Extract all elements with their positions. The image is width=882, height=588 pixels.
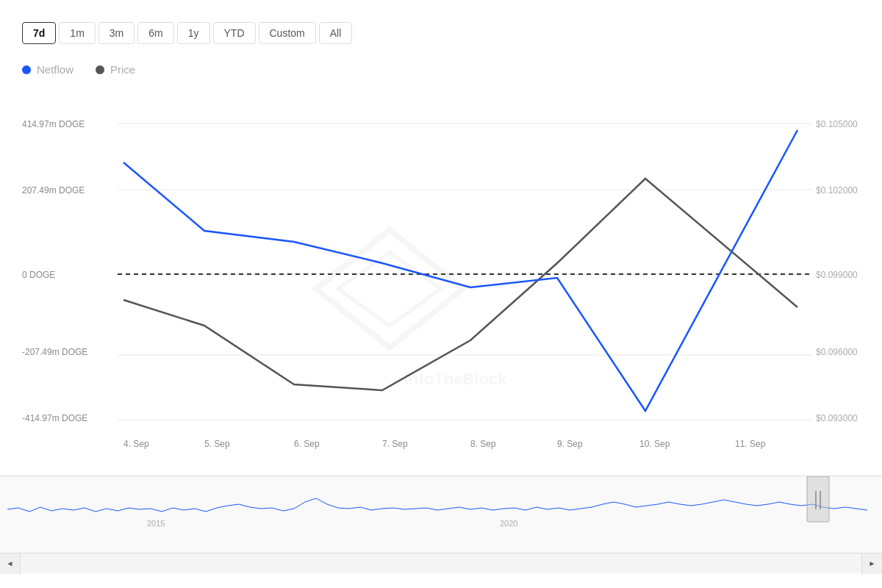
y-label-neg2: -207.49m DOGE: [22, 347, 87, 357]
y-right-top: $0.105000: [816, 119, 858, 129]
y-label-2: 207.49m DOGE: [22, 185, 85, 196]
tab-7d[interactable]: 7d: [22, 22, 56, 44]
price-label: Price: [110, 63, 135, 76]
tab-all[interactable]: All: [319, 22, 353, 44]
scroll-left-button[interactable]: ◄: [0, 553, 21, 574]
scroll-right-button[interactable]: ►: [861, 553, 882, 574]
nav-year-2015: 2015: [147, 519, 165, 528]
scroll-track[interactable]: [21, 553, 861, 573]
legend: Netflow Price: [0, 51, 882, 83]
y-label-zero: 0 DOGE: [22, 270, 55, 280]
svg-marker-7: [338, 252, 441, 326]
y-right-2: $0.102000: [816, 185, 858, 196]
main-chart: 414.97m DOGE 207.49m DOGE 0 DOGE -207.49…: [22, 83, 860, 473]
tab-6m[interactable]: 6m: [137, 22, 173, 44]
y-right-bot: $0.093000: [816, 413, 858, 423]
x-label-1: 4. Sep: [123, 439, 149, 449]
x-label-7: 10. Sep: [639, 439, 670, 449]
tab-ytd[interactable]: YTD: [213, 22, 256, 44]
tab-custom[interactable]: Custom: [259, 22, 316, 44]
x-label-8: 11. Sep: [735, 439, 766, 449]
nav-handle[interactable]: [807, 476, 829, 522]
chart-section: 414.97m DOGE 207.49m DOGE 0 DOGE -207.49…: [0, 83, 882, 473]
x-label-3: 6. Sep: [294, 439, 320, 449]
netflow-dot: [22, 65, 31, 74]
x-label-2: 5. Sep: [204, 439, 230, 449]
y-label-neg4: -414.97m DOGE: [22, 413, 87, 423]
x-label-6: 9. Sep: [557, 439, 583, 449]
y-label-top: 414.97m DOGE: [22, 119, 85, 129]
tab-1y[interactable]: 1y: [177, 22, 210, 44]
navigator-chart: 2015 2020: [0, 476, 882, 535]
time-tabs: 7d 1m 3m 6m 1y YTD Custom All: [0, 15, 882, 51]
nav-year-2020: 2020: [500, 519, 517, 528]
netflow-line: [123, 130, 797, 411]
x-label-5: 8. Sep: [470, 439, 496, 449]
legend-price: Price: [96, 63, 135, 76]
legend-netflow: Netflow: [22, 63, 74, 76]
x-label-4: 7. Sep: [382, 439, 408, 449]
navigator[interactable]: 2015 2020: [0, 476, 882, 553]
svg-rect-9: [0, 476, 882, 535]
tab-3m[interactable]: 3m: [98, 22, 135, 44]
scrollbar: ◄ ►: [0, 553, 882, 573]
price-dot: [96, 65, 104, 74]
y-right-neg: $0.096000: [816, 347, 858, 357]
y-right-zero: $0.099000: [816, 270, 858, 280]
tab-1m[interactable]: 1m: [59, 22, 95, 44]
netflow-label: Netflow: [37, 63, 74, 76]
main-container: 7d 1m 3m 6m 1y YTD Custom All Netflow Pr…: [0, 0, 882, 588]
svg-text:IntoTheBlock: IntoTheBlock: [404, 370, 507, 388]
